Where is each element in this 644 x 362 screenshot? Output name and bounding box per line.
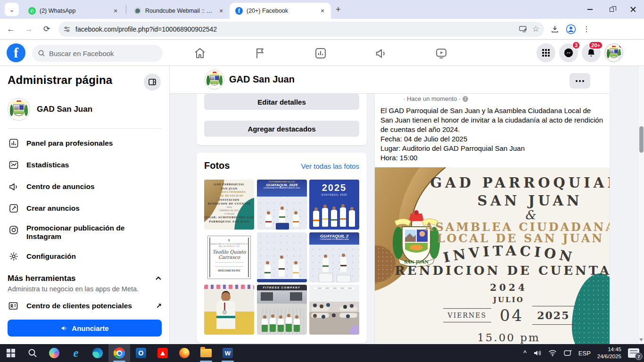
word-button[interactable]: W bbox=[217, 344, 239, 362]
pages-flag-icon[interactable] bbox=[254, 47, 267, 60]
photo-thumbnail-podium-2[interactable]: GUAYAQUIL 2 CONFEDERACIÓN PANAMERICANA bbox=[309, 232, 359, 282]
edge-button[interactable] bbox=[87, 344, 108, 362]
post-paragraph: El GAD Parroquial de San Juan y la Asamb… bbox=[380, 106, 604, 134]
photo-thumbnail-invitation[interactable]: GAD PARROQUIAL SAN JUAN ASAMBLEA CIUDADA… bbox=[204, 180, 254, 230]
sidebar-item-estadisticas[interactable]: Estadísticas bbox=[8, 154, 162, 176]
insights-icon[interactable] bbox=[314, 47, 327, 60]
firefox-button[interactable] bbox=[173, 344, 195, 362]
home-icon[interactable] bbox=[193, 47, 206, 60]
banner-art: GUAYAQUIL 2 CONFEDERACIÓN PANAMERICANA bbox=[309, 232, 359, 245]
close-window-button[interactable] bbox=[622, 0, 644, 19]
facebook-search[interactable] bbox=[32, 45, 163, 62]
file-explorer-button[interactable] bbox=[195, 344, 217, 362]
thumb-text: RENDICION DE CUENTAS bbox=[204, 202, 254, 206]
photos-title: Fotos bbox=[204, 160, 230, 171]
tab-close-button[interactable]: ✕ bbox=[217, 7, 225, 15]
minimize-button[interactable] bbox=[579, 0, 601, 19]
edit-details-button[interactable]: Editar detalles bbox=[204, 94, 359, 110]
sidebar-item-promocionar-instagram[interactable]: Promocionar publicación de Instagram bbox=[8, 219, 162, 246]
sidebar-item-crear-anuncios[interactable]: Crear anuncios bbox=[8, 197, 162, 219]
tab-close-button[interactable]: ✕ bbox=[319, 7, 326, 15]
wifi-icon[interactable] bbox=[548, 350, 557, 356]
back-button[interactable]: ← bbox=[4, 22, 18, 36]
messenger-button[interactable]: 3 bbox=[559, 43, 578, 62]
page-more-button[interactable] bbox=[570, 73, 590, 89]
sidebar-item-label: Crear anuncios bbox=[26, 204, 80, 213]
person-gi-art bbox=[216, 301, 235, 329]
sidebar-collapse-button[interactable] bbox=[144, 74, 161, 90]
podium-art bbox=[319, 273, 333, 282]
apps-menu-button[interactable] bbox=[537, 43, 555, 62]
search-input[interactable] bbox=[49, 49, 148, 58]
photo-thumbnail-medalist[interactable] bbox=[204, 285, 254, 335]
sidebar-item-panel-profesionales[interactable]: Panel para profesionales bbox=[8, 132, 162, 154]
sidebar-item-configuracion[interactable]: Configuración bbox=[8, 246, 162, 267]
address-bar[interactable]: facebook.com/profile.php?id=100068900902… bbox=[58, 22, 544, 37]
bookmark-star-icon[interactable]: ☆ bbox=[532, 24, 539, 34]
search-icon bbox=[38, 49, 45, 57]
install-icon[interactable] bbox=[519, 25, 528, 33]
sidebar-item-label: Panel para profesionales bbox=[26, 139, 113, 148]
taskbar-clock[interactable]: 14:45 24/6/2025 bbox=[597, 346, 621, 360]
scrollbar-thumb[interactable] bbox=[639, 126, 644, 153]
photo-thumbnail-condolence[interactable]: ✝ LAMENTAMOS PROFUNDAMENTE EL FALLECIMIE… bbox=[204, 232, 254, 282]
internet-explorer-button[interactable]: e bbox=[65, 344, 87, 362]
acrobat-button[interactable] bbox=[152, 344, 173, 362]
language-indicator[interactable]: ESP bbox=[578, 350, 591, 357]
thumb-text: INVITACION bbox=[204, 198, 254, 202]
ads-megaphone-icon[interactable] bbox=[374, 47, 388, 60]
notifications-button[interactable]: 20+ bbox=[582, 43, 601, 62]
person-head-art bbox=[221, 292, 231, 302]
sidebar-item-label: Centro de clientes potenciales bbox=[26, 302, 132, 310]
tab-close-button[interactable]: ✕ bbox=[112, 7, 119, 15]
tab-whatsapp[interactable]: ✆ (2) WhatsApp ✕ bbox=[23, 3, 124, 19]
page-avatar[interactable] bbox=[205, 70, 224, 90]
photo-thumbnail-fitness-team[interactable]: FITNESS COMPANY bbox=[257, 285, 307, 335]
advertise-button[interactable]: Anunciarte bbox=[8, 320, 162, 337]
video-icon[interactable] bbox=[435, 47, 448, 60]
forward-button[interactable]: → bbox=[22, 22, 36, 36]
downloads-icon[interactable] bbox=[551, 25, 559, 33]
sidebar-page-row[interactable]: GAD San Juan bbox=[8, 98, 162, 121]
notification-center-button[interactable]: 7 bbox=[628, 348, 639, 358]
add-featured-button[interactable]: Agregar destacados bbox=[204, 121, 359, 137]
copilot-button[interactable] bbox=[43, 344, 65, 362]
sidebar-item-clientes-potenciales[interactable]: Centro de clientes potenciales ↗ bbox=[8, 300, 162, 312]
facebook-logo[interactable]: f bbox=[7, 43, 25, 62]
edge-icon bbox=[92, 348, 103, 358]
taskbar-search-button[interactable] bbox=[22, 344, 43, 362]
notifications-badge: 20+ bbox=[588, 41, 603, 49]
volume-icon[interactable] bbox=[533, 349, 542, 357]
cast-icon[interactable] bbox=[563, 349, 572, 357]
chrome-button[interactable] bbox=[108, 344, 130, 362]
tray-expand-chevron[interactable]: ^ bbox=[523, 349, 527, 357]
post-timestamp[interactable]: · Hace un momento · bbox=[403, 95, 610, 102]
restore-button[interactable] bbox=[601, 0, 622, 19]
outlook-button[interactable]: O bbox=[130, 344, 152, 362]
see-all-photos-link[interactable]: Ver todas las fotos bbox=[301, 162, 359, 170]
reload-button[interactable]: ⟳ bbox=[40, 22, 54, 36]
photo-thumbnail-judo-team[interactable]: 2025 GUAYAQUIL 2025 bbox=[309, 180, 359, 230]
dashboard-icon bbox=[8, 137, 20, 149]
judoka-art bbox=[349, 210, 355, 227]
start-button[interactable] bbox=[0, 344, 22, 362]
tab-search-button[interactable]: ⌄ bbox=[5, 3, 19, 16]
more-tools-header[interactable]: Más herramientas bbox=[8, 274, 162, 283]
new-tab-button[interactable]: + bbox=[336, 5, 341, 15]
photo-thumbnail-women-podium[interactable] bbox=[257, 232, 307, 282]
outlook-icon: O bbox=[136, 348, 146, 358]
profile-icon[interactable] bbox=[566, 24, 576, 34]
browser-menu-icon[interactable]: ⋮ bbox=[583, 25, 590, 33]
tab-roundcube[interactable]: Roundcube Webmail :: Entrada ✕ bbox=[128, 3, 230, 19]
thumb-text: Teofilo Quinto bbox=[204, 249, 254, 255]
post-image-invitation[interactable]: SAN JUAN GAD PARROQUIAL SAN JUAN & ASAMB… bbox=[375, 167, 610, 344]
scroll-down-arrow[interactable] bbox=[639, 338, 643, 341]
sidebar-item-label: Centro de anuncios bbox=[26, 182, 95, 191]
photo-thumbnail-judo-podium[interactable]: TOUR PANAMERICANO DE JUDO GUAYAQUIL 2025… bbox=[257, 180, 307, 230]
sidebar-item-centro-anuncios[interactable]: Centro de anuncios bbox=[8, 176, 162, 197]
photo-thumbnail-event-hall[interactable] bbox=[309, 285, 359, 335]
page-scrollbar[interactable] bbox=[638, 40, 644, 344]
account-button[interactable]: ⌄ bbox=[604, 43, 623, 62]
tab-facebook-active[interactable]: f (20+) Facebook ✕ bbox=[230, 3, 331, 19]
kid-art bbox=[262, 319, 268, 332]
